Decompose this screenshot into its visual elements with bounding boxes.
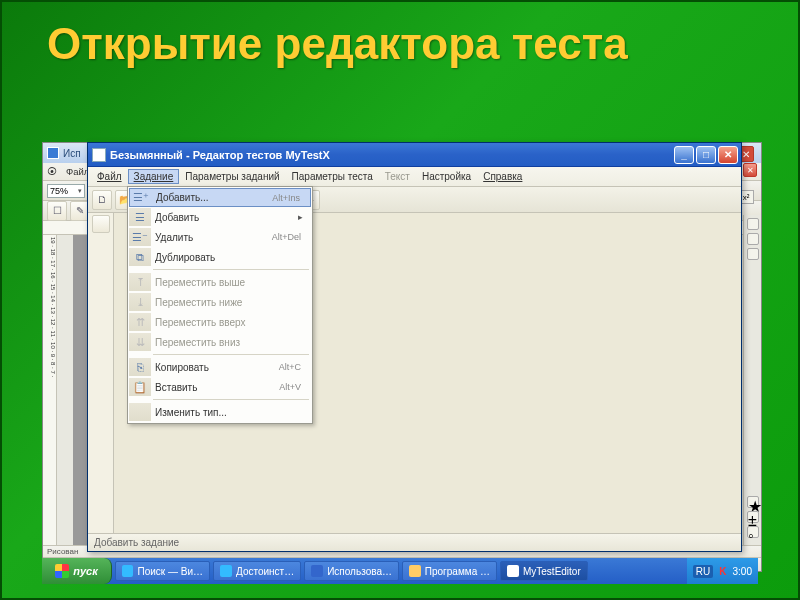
menu-item-add-submenu[interactable]: ☰ Добавить xyxy=(129,207,311,227)
menu-item-delete[interactable]: ☰⁻ Удалить Alt+Del xyxy=(129,227,311,247)
taskbar-item-mytesteditor[interactable]: MyTestEditor xyxy=(500,561,588,581)
ie-icon xyxy=(220,565,232,577)
menu-item-move-higher: ⤒ Переместить выше xyxy=(129,272,311,292)
menu-item-paste[interactable]: 📋 Вставить Alt+V xyxy=(129,377,311,397)
system-tray: RU K 3:00 xyxy=(687,558,758,584)
menu-item-add-dialog[interactable]: ☰⁺ Добавить... Alt+Ins xyxy=(129,188,311,207)
word-close-doc[interactable]: ✕ xyxy=(743,163,757,177)
menu-task[interactable]: Задание xyxy=(128,169,180,184)
move-bottom-icon: ⇊ xyxy=(129,333,151,351)
lang-indicator[interactable]: RU xyxy=(693,565,713,578)
start-button[interactable]: пуск xyxy=(42,558,112,584)
windows-logo-icon xyxy=(55,564,69,578)
menu-task-params[interactable]: Параметры заданий xyxy=(179,169,285,184)
taskbar-item-search[interactable]: Поиск — Ви… xyxy=(115,561,210,581)
close-button[interactable]: ✕ xyxy=(718,146,738,164)
menu-settings[interactable]: Настройка xyxy=(416,169,477,184)
word-title: Исп xyxy=(63,148,81,159)
menu-item-duplicate[interactable]: ⧉ Дублировать xyxy=(129,247,311,267)
taskbar-item-dost[interactable]: Достоинст… xyxy=(213,561,301,581)
add-list-icon: ☰⁺ xyxy=(130,189,152,207)
word-right-side: ★ ± ◦ xyxy=(743,215,761,545)
editor-app-icon xyxy=(92,148,106,162)
word-icon xyxy=(311,565,323,577)
editor-status-bar: Добавить задание xyxy=(88,533,741,551)
kaspersky-icon[interactable]: K xyxy=(719,566,726,577)
taskbar-item-folder[interactable]: Программа … xyxy=(402,561,497,581)
clock[interactable]: 3:00 xyxy=(733,566,752,577)
editor-titlebar[interactable]: Безымянный - Редактор тестов MyTestX _ □… xyxy=(88,143,741,167)
windows-taskbar: пуск Поиск — Ви… Достоинст… Использова… … xyxy=(42,558,758,584)
menu-item-move-bottom: ⇊ Переместить вниз xyxy=(129,332,311,352)
menu-item-change-type[interactable]: Изменить тип... xyxy=(129,402,311,422)
editor-left-panel xyxy=(88,213,114,533)
word-ruler-v: 19 · 18 · 17 · 16 · 15 · 14 · 13 · 12 · … xyxy=(43,235,57,545)
tool-btn[interactable]: ☐ xyxy=(47,201,67,221)
side-btn[interactable]: ◦ xyxy=(747,526,759,538)
ie-icon xyxy=(122,565,133,577)
move-top-icon: ⇈ xyxy=(129,313,151,331)
side-btn[interactable] xyxy=(747,248,759,260)
slide-title: Открытие редактора теста xyxy=(47,20,628,68)
menu-item-move-top: ⇈ Переместить вверх xyxy=(129,312,311,332)
folder-icon xyxy=(409,565,421,577)
copy-icon: ⎘ xyxy=(129,358,151,376)
menu-item-move-lower: ⤓ Переместить ниже xyxy=(129,292,311,312)
word-menu-file[interactable]: Файл xyxy=(66,166,89,177)
menu-test-params[interactable]: Параметры теста xyxy=(286,169,379,184)
taskbar-item-word[interactable]: Использова… xyxy=(304,561,399,581)
editor-menu-bar: Файл Задание Параметры заданий Параметры… xyxy=(88,167,741,187)
zoom-combo[interactable]: 75% xyxy=(47,184,85,198)
minimize-button[interactable]: _ xyxy=(674,146,694,164)
side-btn[interactable] xyxy=(747,218,759,230)
blank-icon xyxy=(129,403,151,421)
add-icon: ☰ xyxy=(129,208,151,226)
tb-new[interactable]: 🗋 xyxy=(92,190,112,210)
duplicate-icon: ⧉ xyxy=(129,248,151,266)
side-btn[interactable] xyxy=(747,233,759,245)
side-btn[interactable]: ± xyxy=(747,511,759,523)
editor-title: Безымянный - Редактор тестов MyTestX xyxy=(110,149,330,161)
menu-help[interactable]: Справка xyxy=(477,169,528,184)
delete-icon: ☰⁻ xyxy=(129,228,151,246)
side-btn[interactable]: ★ xyxy=(747,496,759,508)
menu-item-copy[interactable]: ⎘ Копировать Alt+C xyxy=(129,357,311,377)
menu-text: Текст xyxy=(379,169,416,184)
move-up-one-icon: ⤒ xyxy=(129,273,151,291)
paste-icon: 📋 xyxy=(129,378,151,396)
move-down-one-icon: ⤓ xyxy=(129,293,151,311)
lp-btn[interactable] xyxy=(92,215,110,233)
word-app-icon xyxy=(47,147,59,159)
task-menu-dropdown: ☰⁺ Добавить... Alt+Ins ☰ Добавить ☰⁻ Уда… xyxy=(127,186,313,424)
menu-file[interactable]: Файл xyxy=(91,169,128,184)
app-icon xyxy=(507,565,519,577)
maximize-button[interactable]: □ xyxy=(696,146,716,164)
